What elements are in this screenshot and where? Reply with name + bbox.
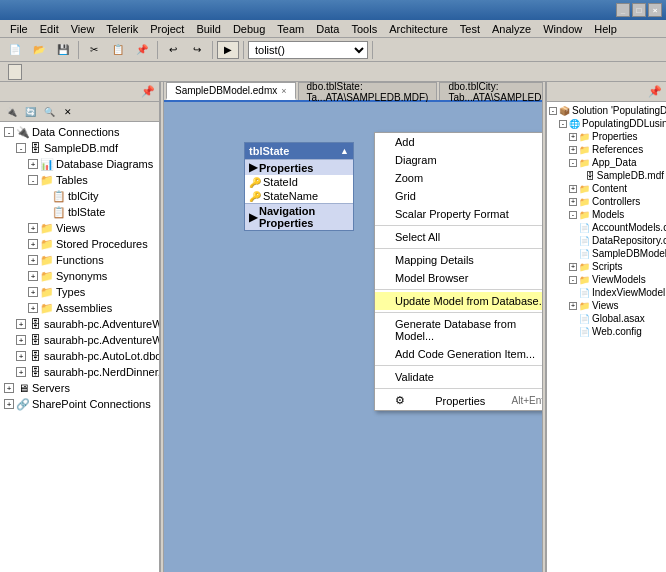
solution-tree-item[interactable]: +📁Controllers bbox=[547, 195, 666, 208]
tree-expand-icon[interactable]: + bbox=[28, 223, 38, 233]
solution-tree-item[interactable]: 📄AccountModels.cs bbox=[547, 221, 666, 234]
cm-item-properties[interactable]: ⚙PropertiesAlt+Enter bbox=[375, 391, 542, 410]
menu-item-window[interactable]: Window bbox=[537, 20, 588, 37]
solution-tree-item[interactable]: -📁ViewModels bbox=[547, 273, 666, 286]
toolbar-paste[interactable]: 📌 bbox=[131, 40, 153, 60]
tree-expand-icon[interactable]: + bbox=[16, 367, 26, 377]
cm-item-diagram[interactable]: Diagram▶ bbox=[375, 151, 542, 169]
config-dropdown[interactable]: tolist() bbox=[248, 41, 368, 59]
publish-settings-button[interactable] bbox=[8, 64, 22, 80]
sol-expand-icon[interactable]: - bbox=[569, 211, 577, 219]
sol-expand-icon[interactable]: - bbox=[569, 276, 577, 284]
menu-item-view[interactable]: View bbox=[65, 20, 101, 37]
left-tree-item[interactable]: +📁Stored Procedures bbox=[0, 236, 159, 252]
tree-expand-icon[interactable]: + bbox=[16, 319, 26, 329]
solution-tree-item[interactable]: -📁App_Data bbox=[547, 156, 666, 169]
editor-canvas[interactable]: tblState ▲ ▶ Properties 🔑 StateId 🔑 Stat… bbox=[164, 102, 542, 572]
left-tree-item[interactable]: +🗄saurabh-pc.NerdDinner.dbo bbox=[0, 364, 159, 380]
tree-expand-icon[interactable]: + bbox=[4, 399, 14, 409]
left-tree-item[interactable]: +🖥Servers bbox=[0, 380, 159, 396]
toolbar-undo[interactable]: ↩ bbox=[162, 40, 184, 60]
left-tree-item[interactable]: +🗄saurabh-pc.AdventureWorks.dbo bbox=[0, 316, 159, 332]
menu-item-debug[interactable]: Debug bbox=[227, 20, 271, 37]
left-tree-item[interactable]: +📊Database Diagrams bbox=[0, 156, 159, 172]
cm-item-grid[interactable]: Grid▶ bbox=[375, 187, 542, 205]
se-filter-btn[interactable]: 🔍 bbox=[40, 104, 58, 120]
menu-item-telerik[interactable]: Telerik bbox=[100, 20, 144, 37]
toolbar-copy[interactable]: 📋 bbox=[107, 40, 129, 60]
tree-expand-icon[interactable]: + bbox=[28, 287, 38, 297]
tree-expand-icon[interactable]: + bbox=[4, 383, 14, 393]
sol-expand-icon[interactable]: + bbox=[569, 263, 577, 271]
solution-tree-item[interactable]: +📁Views bbox=[547, 299, 666, 312]
tree-expand-icon[interactable]: + bbox=[28, 239, 38, 249]
solution-tree-item[interactable]: 📄DataRepository.cs bbox=[547, 234, 666, 247]
sol-expand-icon[interactable]: + bbox=[569, 198, 577, 206]
tree-expand-icon[interactable]: + bbox=[28, 255, 38, 265]
left-tree-item[interactable]: +📁Types bbox=[0, 284, 159, 300]
sol-expand-icon[interactable]: + bbox=[569, 302, 577, 310]
solution-tree-item[interactable]: -📁Models bbox=[547, 208, 666, 221]
left-tree-item[interactable]: 📋tblCity bbox=[0, 188, 159, 204]
entity-expand-icon[interactable]: ▲ bbox=[340, 146, 349, 156]
toolbar-new[interactable]: 📄 bbox=[4, 40, 26, 60]
left-tree-item[interactable]: 📋tblState bbox=[0, 204, 159, 220]
solution-tree-item[interactable]: 📄Global.asax bbox=[547, 312, 666, 325]
left-tree-item[interactable]: +🔗SharePoint Connections bbox=[0, 396, 159, 412]
run-button[interactable]: ▶ bbox=[217, 41, 239, 59]
left-tree-item[interactable]: -🗄SampleDB.mdf bbox=[0, 140, 159, 156]
menu-item-data[interactable]: Data bbox=[310, 20, 345, 37]
tab-0[interactable]: SampleDBModel.edmx× bbox=[166, 82, 296, 100]
entity-box-tblstate[interactable]: tblState ▲ ▶ Properties 🔑 StateId 🔑 Stat… bbox=[244, 142, 354, 231]
tree-expand-icon[interactable]: + bbox=[16, 335, 26, 345]
solution-tree-item[interactable]: 📄Web.config bbox=[547, 325, 666, 338]
cm-item-modelbrowser[interactable]: Model Browser bbox=[375, 269, 542, 287]
sol-expand-icon[interactable]: - bbox=[559, 120, 567, 128]
menu-item-test[interactable]: Test bbox=[454, 20, 486, 37]
solution-tree-item[interactable]: +📁References bbox=[547, 143, 666, 156]
left-tree-item[interactable]: -📁Tables bbox=[0, 172, 159, 188]
solution-tree-item[interactable]: +📁Properties bbox=[547, 130, 666, 143]
cm-item-addcodegenerationitem...[interactable]: Add Code Generation Item... bbox=[375, 345, 542, 363]
toolbar-redo[interactable]: ↪ bbox=[186, 40, 208, 60]
menu-item-project[interactable]: Project bbox=[144, 20, 190, 37]
sol-expand-icon[interactable]: - bbox=[549, 107, 557, 115]
tab-1[interactable]: dbo.tblState: Ta...ATA\SAMPLEDB.MDF) bbox=[298, 82, 438, 100]
left-tree-item[interactable]: -🔌Data Connections bbox=[0, 124, 159, 140]
close-button[interactable]: × bbox=[648, 3, 662, 17]
tree-expand-icon[interactable]: + bbox=[28, 159, 38, 169]
cm-item-validate[interactable]: Validate bbox=[375, 368, 542, 386]
solution-tree-item[interactable]: 🗄SampleDB.mdf bbox=[547, 169, 666, 182]
cm-item-generatedatabasefrommodel...[interactable]: Generate Database from Model... bbox=[375, 315, 542, 345]
solution-tree-item[interactable]: -📦Solution 'PopulatingDDLusingEF' (1 pro bbox=[547, 104, 666, 117]
menu-item-team[interactable]: Team bbox=[271, 20, 310, 37]
toolbar-open[interactable]: 📂 bbox=[28, 40, 50, 60]
menu-item-architecture[interactable]: Architecture bbox=[383, 20, 454, 37]
tree-expand-icon[interactable]: - bbox=[4, 127, 14, 137]
menu-item-tools[interactable]: Tools bbox=[345, 20, 383, 37]
left-tree-item[interactable]: +📁Assemblies bbox=[0, 300, 159, 316]
cm-item-selectall[interactable]: Select All bbox=[375, 228, 542, 246]
left-tree-item[interactable]: +📁Views bbox=[0, 220, 159, 236]
tree-expand-icon[interactable]: + bbox=[28, 303, 38, 313]
toolbar-save[interactable]: 💾 bbox=[52, 40, 74, 60]
maximize-button[interactable]: □ bbox=[632, 3, 646, 17]
left-tree-item[interactable]: +📁Functions bbox=[0, 252, 159, 268]
cm-item-mappingdetails[interactable]: Mapping Details bbox=[375, 251, 542, 269]
solution-tree-item[interactable]: 📄IndexViewModel.cs bbox=[547, 286, 666, 299]
tree-expand-icon[interactable]: - bbox=[16, 143, 26, 153]
left-tree-item[interactable]: +📁Synonyms bbox=[0, 268, 159, 284]
cm-item-updatemodelfromdatabase...[interactable]: Update Model from Database... bbox=[375, 292, 542, 310]
sol-expand-icon[interactable]: + bbox=[569, 146, 577, 154]
toolbar-cut[interactable]: ✂ bbox=[83, 40, 105, 60]
menu-item-help[interactable]: Help bbox=[588, 20, 623, 37]
tab-close-0[interactable]: × bbox=[281, 86, 286, 96]
solution-tree-item[interactable]: -🌐PopulatingDDLusingEF bbox=[547, 117, 666, 130]
left-tree-item[interactable]: +🗄saurabh-pc.AdventureWorksLT2008.dbo bbox=[0, 332, 159, 348]
cm-item-zoom[interactable]: Zoom▶ bbox=[375, 169, 542, 187]
se-stop-btn[interactable]: ✕ bbox=[59, 104, 77, 120]
sol-expand-icon[interactable]: + bbox=[569, 185, 577, 193]
cm-item-scalarpropertyformat[interactable]: Scalar Property Format▶ bbox=[375, 205, 542, 223]
sol-pin-icon[interactable]: 📌 bbox=[648, 85, 662, 98]
panel-pin-icon[interactable]: 📌 bbox=[141, 85, 155, 98]
